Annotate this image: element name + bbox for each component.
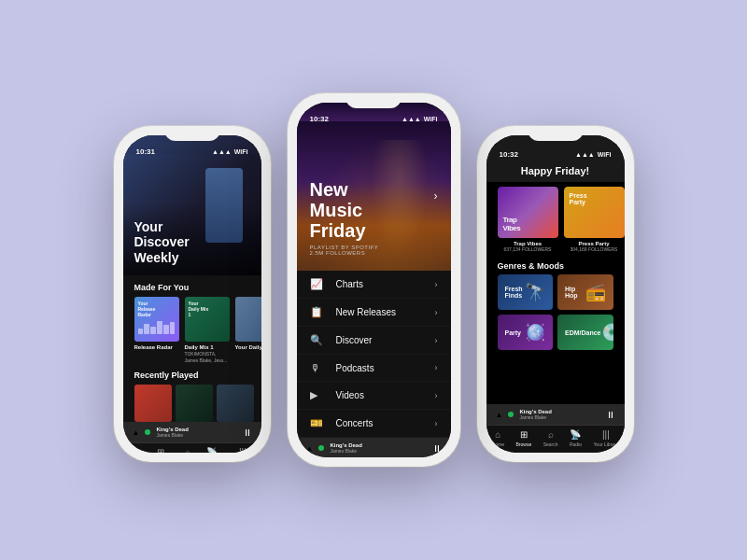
press-party-img: PressParty: [564, 187, 625, 238]
center-hero[interactable]: NewMusicFriday PLAYLIST BY SPOTIFY2.5M F…: [297, 121, 451, 271]
trap-vibes-card[interactable]: TrapVibes Trap Vibes 637,134 FOLLOWERS: [498, 187, 558, 252]
release-radar-title: Release Radar: [134, 344, 179, 351]
center-pause-icon[interactable]: ⏸: [432, 443, 442, 454]
right-nav-search[interactable]: ⌕ Search: [543, 429, 558, 447]
center-hero-title: NewMusicFriday: [310, 179, 379, 241]
charts-icon: 📈: [310, 278, 327, 290]
discover-chevron: ›: [435, 336, 438, 345]
podcasts-label: Podcasts: [336, 363, 435, 373]
center-player-artist: James Blake: [330, 448, 426, 454]
right-home-icon: ⌂: [495, 429, 500, 440]
left-notch: [164, 126, 220, 141]
right-time: 10:32: [500, 150, 518, 159]
release-radar-card[interactable]: YourReleaseRadar Release Radar: [134, 297, 179, 363]
edm-dance-icon: 💿: [601, 322, 613, 343]
right-nav-bar: ⌂ Home ⊞ Browse ⌕ Search 📡 Radio ||| You…: [486, 425, 625, 453]
left-content: Made For You YourReleaseRadar: [123, 275, 261, 422]
left-nav-search[interactable]: ⌕ Search: [180, 447, 195, 453]
podcasts-icon: 🎙: [310, 362, 327, 373]
hip-hop-card[interactable]: Hip Hop 📻: [557, 274, 613, 310]
left-player-dot: [145, 429, 150, 435]
fresh-finds-card[interactable]: Fresh Finds 🔭: [498, 274, 554, 310]
left-nav-radio[interactable]: 📡 Radio: [206, 447, 218, 453]
fresh-finds-name: Fresh Finds: [505, 286, 526, 299]
right-status-icons: ▲▲▲ WiFi: [575, 151, 612, 158]
right-pause-icon[interactable]: ⏸: [606, 410, 615, 420]
right-nav-home-label: Home: [492, 441, 504, 447]
left-pause-icon[interactable]: ⏸: [243, 427, 252, 438]
new-releases-chevron: ›: [435, 308, 438, 317]
new-releases-icon: 📋: [310, 306, 327, 318]
center-hero-text: NewMusicFriday PLAYLIST BY SPOTIFY2.5M F…: [310, 179, 379, 256]
left-nav-library[interactable]: ||| Your Library: [230, 447, 255, 453]
party-icon: 🪩: [525, 322, 545, 343]
right-nav-browse[interactable]: ⊞ Browse: [516, 429, 532, 447]
library-icon: |||: [239, 447, 247, 453]
left-status-icons: ▲▲▲ WiFi: [212, 148, 248, 155]
trap-vibes-img: TrapVibes: [498, 187, 558, 238]
genres-moods-label: Genres & Moods: [486, 257, 625, 274]
left-time: 10:31: [136, 147, 155, 156]
recent-thumb-3[interactable]: [217, 385, 254, 422]
concerts-chevron: ›: [435, 419, 438, 428]
edm-dance-card[interactable]: EDM/Dance 💿: [557, 315, 613, 350]
browse-podcasts[interactable]: 🎙 Podcasts ›: [297, 355, 451, 382]
press-party-card[interactable]: PressParty Press Party 304,169 FOLLOWERS: [564, 187, 625, 252]
made-for-you-label: Made For You: [123, 275, 261, 297]
happy-friday-title: Happy Friday!: [498, 165, 613, 176]
browse-icon: ⊞: [157, 447, 164, 453]
left-nav-browse[interactable]: ⊞ Browse: [153, 447, 169, 453]
hip-hop-name: Hip Hop: [565, 286, 585, 299]
recent-thumb-1[interactable]: [134, 385, 172, 422]
browse-list: 📈 Charts › 📋 New Releases › 🔍 Discover ›…: [297, 271, 451, 438]
right-nav-library-label: Your Library: [593, 441, 618, 447]
right-notch: [528, 126, 584, 141]
release-radar-img: YourReleaseRadar: [134, 297, 179, 342]
right-nav-library[interactable]: ||| Your Library: [593, 429, 618, 447]
left-player-bar: ▲ King's Dead James Blake ⏸: [123, 422, 261, 442]
your-daily-img: [235, 297, 261, 342]
discover-label: Discover: [336, 335, 435, 345]
music-cards-row: YourReleaseRadar Release Radar: [123, 297, 261, 363]
genres-grid: Fresh Finds 🔭 Hip Hop 📻 Party 🪩 EDM/Danc…: [486, 274, 625, 350]
browse-discover[interactable]: 🔍 Discover ›: [297, 327, 451, 355]
daily-mix-1-title: Daily Mix 1: [185, 344, 230, 351]
left-hero-figure: [205, 168, 243, 243]
trap-vibes-followers: 637,134 FOLLOWERS: [498, 246, 558, 252]
right-library-icon: |||: [602, 429, 610, 440]
center-time: 10:32: [310, 115, 329, 123]
charts-chevron: ›: [435, 280, 438, 289]
recently-played-label: Recently Played: [123, 363, 261, 385]
right-phone: 10:32 ▲▲▲ WiFi Happy Friday! TrapVibes T…: [477, 126, 634, 462]
right-player-bar: ▲ King's Dead James Blake ⏸: [486, 404, 625, 425]
recently-played-row: [123, 385, 261, 422]
right-nav-radio-label: Radio: [570, 441, 582, 447]
party-card[interactable]: Party 🪩: [498, 315, 554, 350]
fresh-finds-icon: 🔭: [525, 282, 545, 302]
right-search-icon: ⌕: [548, 429, 554, 440]
browse-new-releases[interactable]: 📋 New Releases ›: [297, 299, 451, 327]
recent-thumb-2[interactable]: [176, 385, 213, 422]
radio-icon: 📡: [206, 447, 218, 453]
right-player-artist: James Blake: [519, 414, 599, 420]
center-player-dot: [318, 445, 324, 451]
right-nav-radio[interactable]: 📡 Radio: [570, 429, 582, 447]
party-name: Party: [505, 329, 522, 336]
daily-mix-1-sub: TOKIMONSTA, James Blake, Jess...: [185, 351, 230, 363]
daily-mix-1-card[interactable]: YourDaily Mix1 Daily Mix 1 TOKIMONSTA, J…: [185, 297, 230, 363]
press-party-followers: 304,169 FOLLOWERS: [564, 246, 625, 252]
playlist-row: TrapVibes Trap Vibes 637,134 FOLLOWERS P…: [486, 182, 625, 257]
hip-hop-icon: 📻: [585, 282, 606, 302]
right-player-info: King's Dead James Blake: [519, 409, 599, 420]
browse-videos[interactable]: ▶ Videos ›: [297, 382, 451, 410]
left-player-info: King's Dead James Blake: [156, 427, 236, 438]
right-browse-icon: ⊞: [520, 429, 528, 440]
videos-chevron: ›: [435, 391, 438, 400]
browse-charts[interactable]: 📈 Charts ›: [297, 271, 451, 299]
center-player-info: King's Dead James Blake: [330, 442, 426, 454]
left-nav-home[interactable]: ⌂ Home: [129, 447, 141, 453]
your-daily-card[interactable]: Your Daily: [235, 297, 261, 363]
browse-concerts[interactable]: 🎫 Concerts ›: [297, 410, 451, 438]
right-nav-home[interactable]: ⌂ Home: [492, 429, 504, 447]
center-hero-chevron: ›: [434, 189, 438, 203]
